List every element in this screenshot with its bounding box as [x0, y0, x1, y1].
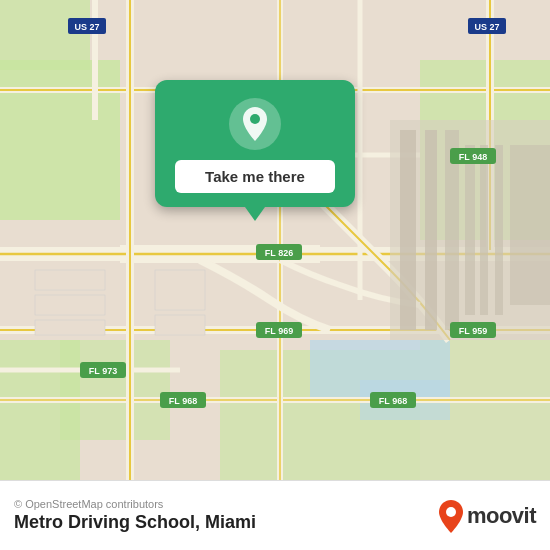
svg-rect-59: [35, 270, 105, 290]
svg-rect-60: [35, 295, 105, 315]
location-pin-icon: [238, 105, 272, 143]
svg-rect-35: [495, 145, 503, 315]
svg-text:FL 973: FL 973: [89, 366, 117, 376]
svg-text:US 27: US 27: [474, 22, 499, 32]
map-attribution: © OpenStreetMap contributors: [14, 498, 256, 510]
svg-rect-63: [155, 315, 205, 335]
svg-rect-2: [0, 0, 90, 70]
svg-rect-36: [510, 145, 550, 305]
svg-text:FL 959: FL 959: [459, 326, 487, 336]
map-background: FL 826 FL 826 FL 948 FL 948 FL 969 FL 97…: [0, 0, 550, 480]
moovit-logo: moovit: [437, 499, 536, 533]
svg-rect-34: [480, 145, 488, 315]
location-icon-wrap: [229, 98, 281, 150]
station-name: Metro Driving School, Miami: [14, 512, 256, 533]
svg-rect-62: [155, 270, 205, 310]
svg-rect-1: [0, 60, 120, 220]
location-popup: Take me there: [155, 80, 355, 207]
svg-point-65: [446, 507, 456, 517]
svg-text:FL 826: FL 826: [265, 248, 293, 258]
svg-rect-30: [400, 130, 416, 330]
svg-rect-33: [465, 145, 475, 315]
svg-text:FL 948: FL 948: [459, 152, 487, 162]
svg-text:US 27: US 27: [74, 22, 99, 32]
svg-rect-61: [35, 320, 105, 335]
map-container[interactable]: FL 826 FL 826 FL 948 FL 948 FL 969 FL 97…: [0, 0, 550, 480]
svg-text:FL 968: FL 968: [169, 396, 197, 406]
svg-rect-31: [425, 130, 437, 330]
bottom-bar: © OpenStreetMap contributors Metro Drivi…: [0, 480, 550, 550]
svg-text:FL 968: FL 968: [379, 396, 407, 406]
moovit-pin-icon: [437, 499, 465, 533]
svg-text:FL 969: FL 969: [265, 326, 293, 336]
moovit-text: moovit: [467, 503, 536, 529]
svg-rect-5: [60, 340, 170, 440]
take-me-there-button[interactable]: Take me there: [175, 160, 335, 193]
svg-point-64: [250, 114, 260, 124]
bottom-left-section: © OpenStreetMap contributors Metro Drivi…: [14, 498, 256, 533]
